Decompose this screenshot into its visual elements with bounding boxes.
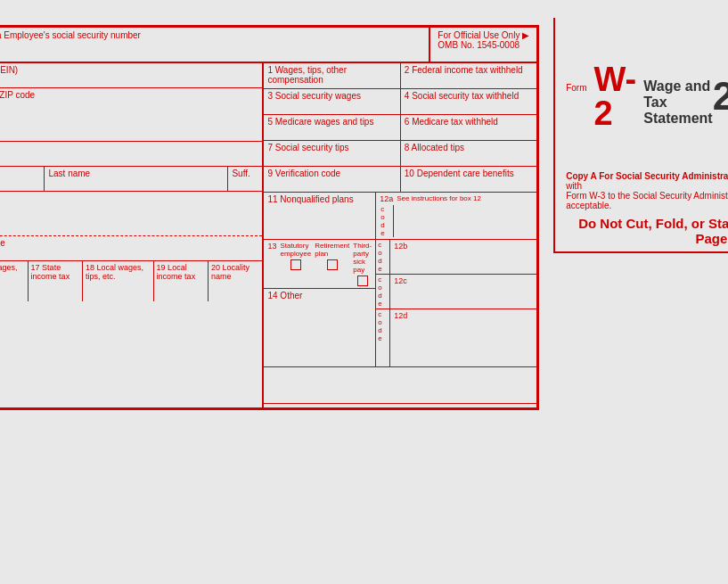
- footer-top: Form W-2 Wage and Tax Statement 2017 Dep…: [566, 25, 728, 168]
- box6-label: 6 Medicare tax withheld: [405, 117, 498, 127]
- row-e: e Employee's first name and initial Last…: [0, 167, 262, 192]
- box12b-label-area: 12b: [390, 240, 536, 274]
- box16: 16 State wages, tips, etc.: [0, 261, 29, 301]
- box6: 6 Medicare tax withheld: [401, 115, 536, 140]
- retirement-label: Retirementplan: [315, 242, 349, 258]
- box11-label: 11 Nonqualified plans: [267, 194, 353, 204]
- e-suff-cell: Suff.: [228, 167, 262, 191]
- state-row-right: [264, 367, 536, 407]
- box12d-label: 12d: [394, 311, 407, 320]
- box19: 19 Local income tax: [154, 261, 209, 301]
- box12bcd-section: code 12b code 12c: [376, 240, 536, 366]
- box1: 1 Wages, tips, other compensation: [264, 63, 400, 88]
- box3: 3 Social security wages: [264, 89, 400, 114]
- box10: 10 Dependent care benefits: [401, 167, 536, 192]
- e-lastname-cell: Last name: [45, 167, 228, 191]
- box17-label: 17 State income tax: [31, 263, 70, 281]
- row-b: b Employer identification number (EIN): [0, 63, 262, 88]
- box14-label: 14 Other: [267, 291, 302, 300]
- box7: 7 Social security tips: [264, 141, 400, 166]
- omb-label: OMB No. 1545-0008: [438, 40, 529, 50]
- box2-label: 2 Federal income tax withheld: [405, 65, 523, 75]
- thirdparty-checkbox[interactable]: [357, 276, 368, 286]
- e-firstname-cell: e Employee's first name and initial: [0, 167, 45, 191]
- box12a-sub: See instructions for box 12: [397, 194, 481, 203]
- box18-label: 18 Local wages, tips, etc.: [86, 263, 143, 281]
- box10-label: 10 Dependent care benefits: [405, 169, 514, 178]
- right-column: 1 Wages, tips, other compensation 2 Fede…: [264, 63, 536, 407]
- row-11-12a-split: 11 Nonqualified plans 12a See instructio…: [264, 193, 536, 240]
- box5: 5 Medicare wages and tips: [264, 115, 400, 140]
- box18: 18 Local wages, tips, etc.: [83, 261, 154, 301]
- row-f: f Employee's address and ZIP code: [0, 236, 262, 261]
- box4: 4 Social security tax withheld: [401, 89, 536, 114]
- box20: 20 Locality name: [209, 261, 262, 301]
- box17: 17 State income tax: [29, 261, 83, 301]
- left-column: b Employer identification number (EIN) c…: [0, 63, 264, 407]
- box19-label: 19 Local income tax: [157, 263, 196, 281]
- row-12b-split: 13 Statutoryemployee Retirementplan Thir…: [264, 240, 536, 367]
- thirdparty-label: Third-partysick pay: [353, 242, 372, 274]
- year-text: 2017: [713, 74, 728, 119]
- w2-big-text: W-2: [594, 62, 637, 130]
- row-c: c Employer's name, address, and ZIP code: [0, 88, 262, 142]
- box9-label: 9 Verification code: [267, 169, 340, 178]
- box12b-label: 12b: [394, 242, 407, 251]
- box12d-row: code 12d: [376, 309, 536, 366]
- copy-a-bold: Copy A For Social Security Administratio…: [566, 171, 728, 181]
- row-d: d Control number: [0, 142, 262, 167]
- row-5-6: 5 Medicare wages and tips 6 Medicare tax…: [264, 115, 536, 141]
- official-use-section: For Official Use Only ▶ OMB No. 1545-000…: [430, 28, 536, 62]
- f-label: f Employee's address and ZIP code: [0, 238, 5, 248]
- box12b-code-col: code: [376, 240, 390, 274]
- row-7-8: 7 Social security tips 8 Allocated tips: [264, 141, 536, 167]
- box3-label: 3 Social security wages: [267, 91, 361, 101]
- thirdparty-checkbox-group: Third-partysick pay: [353, 242, 372, 286]
- box12a-cell: 12a See instructions for box 12 code: [376, 193, 536, 239]
- box7-label: 7 Social security tips: [267, 143, 348, 152]
- state-row: 15 State State Employer's state ID numbe…: [0, 261, 262, 301]
- do-not-cut: Do Not Cut, Fold, or Staple Forms on Thi…: [566, 216, 728, 246]
- box1-label: 1 Wages, tips, other compensation: [267, 65, 347, 85]
- box5-label: 5 Medicare wages and tips: [267, 117, 373, 127]
- e-suff-label: Suff.: [232, 169, 249, 178]
- copy-a-line2-text: Form W-3 to the Social Security Administ…: [566, 191, 728, 201]
- ssn-label: a Employee's social security number: [0, 30, 141, 40]
- box14-cell: 14 Other: [264, 289, 375, 360]
- box4-label: 4 Social security tax withheld: [405, 91, 519, 101]
- box12b-row: code 12b: [376, 240, 536, 275]
- copy-a-line: Copy A For Social Security Administratio…: [566, 171, 728, 191]
- box12c-row: code 12c: [376, 275, 536, 309]
- box13-label: 13: [267, 242, 276, 251]
- b-label: b Employer identification number (EIN): [0, 65, 18, 75]
- box11: 11 Nonqualified plans: [264, 193, 376, 239]
- box8: 8 Allocated tips: [401, 141, 536, 166]
- retirement-checkbox[interactable]: [327, 259, 338, 270]
- footer: Form W-2 Wage and Tax Statement 2017 Dep…: [553, 18, 728, 253]
- box12d-label-area: 12d: [390, 309, 536, 366]
- statutory-label: Statutoryemployee: [280, 242, 311, 258]
- row-9-10: 9 Verification code 10 Dependent care be…: [264, 167, 536, 193]
- box8-label: 8 Allocated tips: [405, 143, 464, 152]
- retirement-checkbox-group: Retirementplan: [315, 242, 349, 270]
- row-3-4: 3 Social security wages 4 Social securit…: [264, 89, 536, 115]
- form-label: Form: [566, 83, 586, 93]
- box12c-label: 12c: [394, 276, 407, 285]
- w2-title-area: Form W-2 Wage and Tax Statement: [566, 62, 712, 130]
- box9: 9 Verification code: [264, 167, 400, 192]
- statutory-checkbox-group: Statutoryemployee: [280, 242, 311, 270]
- box16-label: 16 State wages, tips, etc.: [0, 263, 18, 281]
- box12c-code-col: code: [376, 275, 390, 308]
- box12a-label: 12a: [380, 194, 393, 203]
- copy-a-end: acceptable.: [566, 201, 611, 210]
- statutory-checkbox[interactable]: [290, 259, 301, 270]
- box12c-label-area: 12c: [390, 275, 536, 308]
- c-label: c Employer's name, address, and ZIP code: [0, 90, 35, 100]
- main-area: b Employer identification number (EIN) c…: [0, 63, 536, 407]
- box2: 2 Federal income tax withheld: [401, 63, 536, 88]
- box12d-code-col: code: [376, 309, 390, 366]
- copy-a-line2: Form W-3 to the Social Security Administ…: [566, 191, 728, 210]
- official-use-label: For Official Use Only ▶: [438, 30, 529, 40]
- w2-form: 22222 Void a Employee's social security …: [0, 25, 539, 410]
- box20-label: 20 Locality name: [211, 263, 249, 281]
